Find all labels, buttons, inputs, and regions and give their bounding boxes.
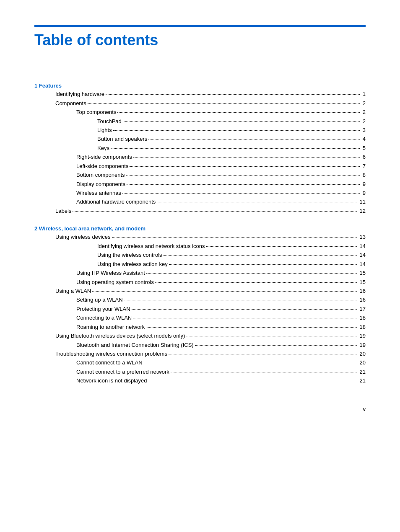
entry-dots — [113, 130, 360, 131]
entry-text: Using wireless devices — [55, 232, 111, 241]
entry-page-number: 5 — [361, 144, 366, 152]
entry-dots — [111, 148, 360, 149]
entry-text: Components — [55, 99, 86, 108]
entry-dots — [73, 211, 356, 212]
toc-entry: Setting up a WLAN 16 — [34, 295, 366, 304]
toc-entry: Keys 5 — [34, 144, 366, 152]
entry-page-number: 1 — [361, 90, 366, 98]
toc-entry: Using operating system controls 15 — [34, 278, 366, 287]
entry-dots — [169, 354, 357, 354]
entry-dots — [122, 193, 360, 194]
toc-entry: Right-side components 6 — [34, 152, 366, 161]
entry-text: Bluetooth and Internet Connection Sharin… — [76, 341, 194, 349]
entry-text: Additional hardware components — [76, 197, 156, 206]
entry-text: TouchPad — [97, 117, 122, 126]
section-2-heading-text: 2 Wireless, local area network, and mode… — [34, 225, 145, 232]
entry-text: Troubleshooting wireless connection prob… — [55, 349, 167, 358]
section-1: 1 FeaturesIdentifying hardware 1Componen… — [34, 83, 366, 215]
entry-dots — [169, 264, 357, 265]
entry-text: Using HP Wireless Assistant — [76, 269, 145, 277]
entry-dots — [146, 273, 357, 274]
toc-entry: Cannot connect to a preferred network 21 — [34, 367, 366, 376]
entry-page-number: 6 — [361, 152, 366, 161]
entry-dots — [148, 139, 360, 139]
top-rule — [34, 25, 366, 27]
entry-dots — [186, 336, 356, 336]
entry-text: Network icon is not displayed — [76, 376, 147, 385]
section-2-heading: 2 Wireless, local area network, and mode… — [34, 225, 366, 232]
entry-dots — [206, 246, 357, 247]
entry-text: Using a WLAN — [55, 287, 91, 295]
toc-entry: Using Bluetooth wireless devices (select… — [34, 331, 366, 340]
entry-dots — [132, 309, 357, 310]
entry-page-number: 19 — [358, 341, 366, 349]
entry-page-number: 18 — [358, 313, 366, 322]
entry-dots — [157, 202, 356, 202]
page-title: Table of contents — [34, 31, 366, 49]
entry-dots — [123, 121, 360, 122]
toc-entry: Components 2 — [34, 99, 366, 108]
toc-entry: Using a WLAN 16 — [34, 287, 366, 295]
entry-text: Using the wireless controls — [97, 251, 162, 259]
entry-page-number: 17 — [358, 305, 366, 313]
toc-entry: Labels 12 — [34, 207, 366, 215]
toc-entry: Button and speakers 4 — [34, 134, 366, 143]
entry-text: Identifying wireless and network status … — [97, 242, 205, 251]
entry-page-number: 8 — [361, 170, 366, 179]
entry-page-number: 18 — [358, 323, 366, 331]
toc-entry: Lights 3 — [34, 126, 366, 134]
entry-text: Button and speakers — [97, 134, 147, 143]
toc-entry: Connecting to a WLAN 18 — [34, 313, 366, 322]
entry-text: Left-side components — [76, 162, 128, 170]
entry-text: Wireless antennas — [76, 189, 121, 197]
entry-dots — [144, 363, 357, 363]
entry-dots — [88, 103, 360, 104]
toc-entry: Using the wireless action key 14 — [34, 260, 366, 269]
entry-dots — [133, 318, 356, 318]
entry-page-number: 13 — [358, 232, 366, 241]
entry-text: Cannot connect to a WLAN — [76, 358, 143, 367]
entry-dots — [146, 327, 356, 328]
entry-page-number: 14 — [358, 260, 366, 269]
toc-content: 1 FeaturesIdentifying hardware 1Componen… — [34, 83, 366, 385]
entry-page-number: 19 — [358, 331, 366, 340]
entry-page-number: 3 — [361, 126, 366, 134]
entry-text: Display components — [76, 180, 125, 189]
entry-page-number: 14 — [358, 251, 366, 259]
entry-text: Using Bluetooth wireless devices (select… — [55, 331, 185, 340]
section-2: 2 Wireless, local area network, and mode… — [34, 225, 366, 385]
toc-entry: Network icon is not displayed 21 — [34, 376, 366, 385]
toc-entry: Wireless antennas 9 — [34, 189, 366, 197]
entry-page-number: 16 — [358, 287, 366, 295]
entry-text: Roaming to another network — [76, 323, 145, 331]
section-1-heading-text: 1 Features — [34, 83, 62, 89]
entry-text: Cannot connect to a preferred network — [76, 367, 169, 376]
entry-page-number: 21 — [358, 367, 366, 376]
entry-dots — [126, 175, 360, 176]
entry-dots — [92, 291, 356, 292]
entry-page-number: 14 — [358, 242, 366, 251]
entry-page-number: 16 — [358, 295, 366, 304]
entry-text: Lights — [97, 126, 112, 134]
toc-entry: Bottom components 8 — [34, 170, 366, 179]
toc-entry: Identifying hardware 1 — [34, 90, 366, 98]
entry-page-number: 2 — [361, 108, 366, 116]
toc-entry: Bluetooth and Internet Connection Sharin… — [34, 341, 366, 349]
entry-page-number: 2 — [361, 117, 366, 126]
toc-entry: Left-side components 7 — [34, 162, 366, 170]
entry-text: Right-side components — [76, 152, 132, 161]
entry-text: Keys — [97, 144, 109, 152]
entry-page-number: 20 — [358, 358, 366, 367]
entry-dots — [195, 345, 357, 346]
toc-entry: Display components 9 — [34, 180, 366, 189]
entry-page-number: 15 — [358, 278, 366, 287]
entry-text: Using operating system controls — [76, 278, 154, 287]
entry-page-number: 15 — [358, 269, 366, 277]
toc-entry: Top components 2 — [34, 108, 366, 116]
entry-text: Setting up a WLAN — [76, 295, 123, 304]
entry-page-number: 12 — [358, 207, 366, 215]
entry-dots — [117, 112, 359, 113]
toc-entry: Roaming to another network 18 — [34, 323, 366, 331]
entry-page-number: 21 — [358, 376, 366, 385]
toc-entry: Using the wireless controls 14 — [34, 251, 366, 259]
